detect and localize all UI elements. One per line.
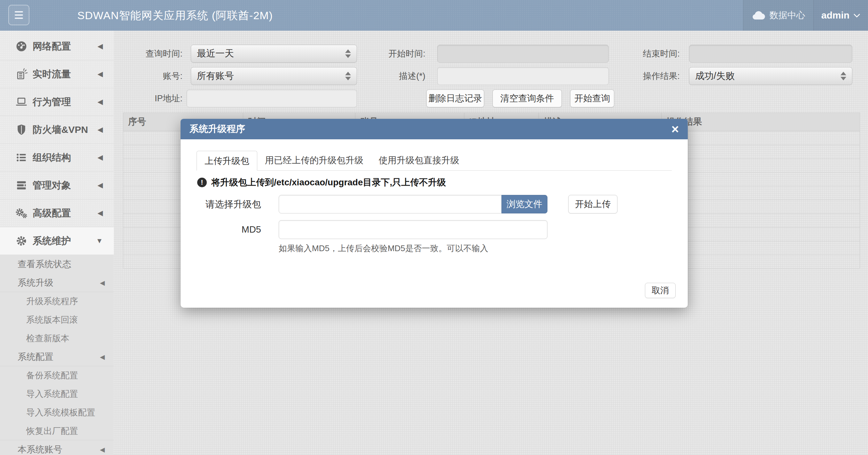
caret-left-icon: ◀	[97, 181, 103, 190]
sidebar-subitem-system-upgrade[interactable]: 系统升级◀	[0, 273, 114, 292]
table-column-header: 操作结果	[661, 113, 860, 131]
start-upload-button[interactable]: 开始上传	[568, 195, 617, 214]
sidebar-item-label: 系统维护	[33, 234, 71, 248]
gears-icon	[15, 206, 28, 220]
result-select[interactable]: 成功/失败	[689, 67, 852, 85]
sidebar-subitem-label: 升级系统程序	[26, 296, 78, 306]
description-input[interactable]	[437, 67, 609, 85]
close-icon[interactable]: ×	[672, 123, 679, 135]
ip-label: IP地址:	[117, 90, 183, 107]
account-select[interactable]: 所有账号	[191, 67, 357, 85]
md5-label: MD5	[190, 220, 261, 239]
tab-upload-package[interactable]: 上传升级包	[196, 151, 257, 171]
sidebar-subitem-check-new-version[interactable]: 检查新版本	[0, 329, 114, 348]
result-label: 操作结果:	[614, 67, 680, 85]
sidebar-item-behavior-management[interactable]: 行为管理◀	[0, 88, 114, 116]
sidebar-subitem-upgrade-system-program[interactable]: 升级系统程序	[0, 292, 114, 311]
sidebar-item-organization[interactable]: 组织结构◀	[0, 144, 114, 171]
modal-header: 系统升级程序 ×	[181, 119, 688, 139]
md5-help-text: 如果输入MD5，上传后会校验MD5是否一致。可以不输入	[279, 243, 488, 254]
caret-left-icon: ◀	[100, 440, 105, 455]
sidebar-subitem-label: 导入系统配置	[26, 389, 78, 399]
sidebar-item-network-config[interactable]: 网络配置◀	[0, 33, 114, 60]
sidebar-subitem-system-config[interactable]: 系统配置◀	[0, 348, 114, 366]
caret-left-icon: ◀	[97, 153, 103, 162]
sidebar-item-firewall-vpn[interactable]: 防火墙&VPN◀	[0, 116, 114, 144]
sidebar-subitem-restore-factory-config[interactable]: 恢复出厂配置	[0, 422, 114, 440]
gear-icon	[15, 234, 28, 248]
sidebar-subitem-label: 查看系统状态	[18, 259, 71, 269]
time-range-label: 查询时间:	[117, 45, 183, 63]
caret-left-icon: ◀	[100, 348, 105, 366]
username: admin	[822, 10, 849, 21]
servers-icon	[15, 178, 28, 192]
browse-file-button[interactable]: 浏览文件	[501, 195, 548, 214]
system-upgrade-modal: 系统升级程序 × 上传升级包用已经上传的升级包升级使用升级包直接升级 ! 将升级…	[181, 119, 688, 308]
select-arrows-icon	[345, 72, 351, 80]
sidebar-item-label: 高级配置	[33, 207, 71, 220]
cloud-icon	[752, 10, 765, 20]
sidebar-item-system-maintenance[interactable]: 系统维护▼	[0, 227, 114, 255]
chart-icon	[15, 67, 28, 81]
sidebar-subitem-label: 备份系统配置	[26, 371, 78, 380]
clear-query-button[interactable]: 清空查询条件	[493, 90, 562, 107]
search-button[interactable]: 开始查询	[570, 90, 614, 107]
upload-info-row: ! 将升级包上传到/etc/xiaocao/upgrade目录下,只上传不升级	[197, 176, 446, 189]
sidebar-item-label: 行为管理	[33, 96, 71, 109]
select-arrows-icon	[345, 50, 351, 58]
datacenter-label: 数据中心	[770, 9, 805, 22]
sidebar-item-label: 管理对象	[33, 179, 71, 192]
caret-left-icon: ◀	[97, 70, 103, 78]
sidebar-item-label: 防火墙&VPN	[33, 123, 88, 136]
datacenter-button[interactable]: 数据中心	[743, 0, 813, 31]
sidebar-subitem-label: 恢复出厂配置	[26, 426, 78, 436]
sidebar-main-menu: 网络配置◀实时流量◀行为管理◀防火墙&VPN◀组织结构◀管理对象◀高级配置◀系统…	[0, 33, 114, 255]
hamburger-menu-button[interactable]	[8, 5, 29, 25]
start-time-label: 开始时间:	[360, 45, 425, 63]
sidebar-subitem-label: 导入系统模板配置	[26, 408, 95, 417]
sidebar-subitem-import-system-template-config[interactable]: 导入系统模板配置	[0, 403, 114, 422]
end-time-label: 结束时间:	[614, 45, 680, 63]
start-time-input[interactable]	[437, 45, 609, 63]
description-label: 描述(*)	[360, 67, 425, 85]
time-range-select[interactable]: 最近一天	[191, 45, 357, 63]
exclamation-icon: !	[197, 177, 207, 187]
shield-icon	[15, 123, 28, 136]
sidebar-subitem-system-version-rollback[interactable]: 系统版本回滚	[0, 311, 114, 329]
caret-left-icon: ◀	[100, 273, 105, 292]
sidebar-subitem-label: 系统升级	[18, 278, 53, 288]
caret-left-icon: ◀	[97, 42, 103, 51]
select-arrows-icon	[840, 72, 846, 80]
end-time-input[interactable]	[689, 45, 852, 63]
modal-tabs: 上传升级包用已经上传的升级包升级使用升级包直接升级	[196, 151, 672, 171]
user-menu[interactable]: admin	[813, 0, 868, 31]
sidebar-subitem-local-system-accounts[interactable]: 本系统账号◀	[0, 440, 114, 455]
sidebar-item-advanced-config[interactable]: 高级配置◀	[0, 199, 114, 227]
sidebar-submenu: 查看系统状态系统升级◀升级系统程序系统版本回滚检查新版本系统配置◀备份系统配置导…	[0, 255, 114, 455]
sidebar-subitem-label: 系统版本回滚	[26, 315, 78, 325]
file-path-input[interactable]	[279, 195, 502, 214]
sidebar-subitem-view-system-status[interactable]: 查看系统状态	[0, 255, 114, 273]
ip-input[interactable]	[187, 90, 357, 107]
cancel-button[interactable]: 取消	[645, 283, 676, 298]
sidebar-item-realtime-traffic[interactable]: 实时流量◀	[0, 60, 114, 88]
hamburger-icon	[15, 11, 23, 12]
laptop-icon	[15, 95, 28, 109]
delete-logs-button[interactable]: 删除日志记录	[426, 90, 484, 107]
app-title: SDWAN智能网关应用系统 (阿联酋-2M)	[78, 0, 273, 31]
caret-left-icon: ◀	[97, 98, 103, 106]
sidebar-subitem-backup-system-config[interactable]: 备份系统配置	[0, 366, 114, 385]
sidebar-item-managed-objects[interactable]: 管理对象◀	[0, 171, 114, 199]
sidebar: 网络配置◀实时流量◀行为管理◀防火墙&VPN◀组织结构◀管理对象◀高级配置◀系统…	[0, 31, 114, 455]
caret-down-icon: ▼	[96, 237, 103, 245]
md5-input[interactable]	[279, 220, 548, 239]
gauge-icon	[15, 40, 28, 53]
sidebar-subitem-import-system-config[interactable]: 导入系统配置	[0, 385, 114, 403]
tab-upgrade-directly[interactable]: 使用升级包直接升级	[371, 151, 467, 170]
upload-info-text: 将升级包上传到/etc/xiaocao/upgrade目录下,只上传不升级	[211, 176, 446, 189]
chevron-down-icon	[853, 13, 860, 18]
sidebar-subitem-label: 本系统账号	[18, 445, 62, 454]
modal-title: 系统升级程序	[189, 123, 245, 135]
tab-upgrade-from-uploaded[interactable]: 用已经上传的升级包升级	[257, 151, 371, 170]
file-label: 请选择升级包	[190, 195, 261, 214]
